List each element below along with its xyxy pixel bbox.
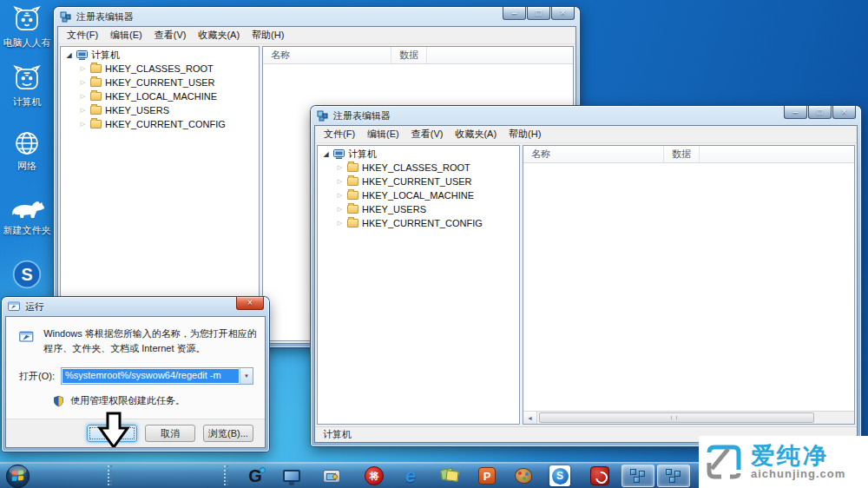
taskbar-ie-icon[interactable]: e bbox=[399, 465, 422, 487]
p-letter-icon: P bbox=[478, 467, 496, 485]
menu-help[interactable]: 帮助(H) bbox=[503, 126, 547, 142]
tree-collapsed-icon[interactable]: ▷ bbox=[336, 206, 344, 213]
uac-shield-icon bbox=[53, 395, 64, 407]
taskbar-pps-icon[interactable]: P bbox=[476, 465, 498, 487]
column-name[interactable]: 名称 bbox=[263, 47, 391, 63]
dialog-titlebar[interactable]: 运行 × bbox=[5, 297, 266, 316]
close-button[interactable]: × bbox=[551, 7, 575, 20]
list-body[interactable] bbox=[523, 163, 854, 411]
tree-node-hklm[interactable]: ▷ HKEY_LOCAL_MACHINE bbox=[318, 188, 519, 202]
tree-expanded-icon[interactable]: ◢ bbox=[322, 150, 330, 158]
taskbar-regedit-button-2[interactable] bbox=[657, 465, 690, 487]
tree-node-hkcc[interactable]: ▷ HKEY_CURRENT_CONFIG bbox=[61, 117, 259, 131]
menu-file[interactable]: 文件(F) bbox=[318, 126, 361, 142]
tree-node-label: HKEY_USERS bbox=[362, 204, 426, 214]
minimize-button[interactable]: – bbox=[503, 7, 526, 20]
browse-button[interactable]: 浏览(B)... bbox=[203, 425, 253, 442]
registry-tree-pane[interactable]: ◢ 计算机 ▷ HKEY_CLASSES_ROOT bbox=[317, 145, 520, 425]
tree-node-hkcu[interactable]: ▷ HKEY_CURRENT_USER bbox=[318, 175, 519, 188]
tree-node-hklm[interactable]: ▷ HKEY_LOCAL_MACHINE bbox=[61, 89, 259, 103]
horizontal-scrollbar[interactable]: ◄ bbox=[523, 411, 854, 424]
column-name[interactable]: 名称 bbox=[523, 146, 664, 162]
minimize-button[interactable]: – bbox=[784, 106, 807, 119]
desktop-icon-sogou[interactable]: S bbox=[2, 259, 52, 293]
windows-start-orb-icon bbox=[5, 464, 30, 488]
tree-node-hku[interactable]: ▷ HKEY_USERS bbox=[61, 103, 259, 117]
desktop-icon-new-folder[interactable]: 新建文件夹 bbox=[2, 198, 52, 235]
tree-collapsed-icon[interactable]: ▷ bbox=[79, 65, 87, 72]
computer-icon bbox=[333, 149, 345, 159]
dialog-title: 运行 bbox=[25, 300, 44, 313]
maximize-button[interactable]: □ bbox=[808, 106, 832, 119]
taskbar-pptv-icon[interactable] bbox=[589, 465, 611, 487]
taskbar-display-icon[interactable] bbox=[280, 465, 303, 487]
taskbar-sogou-icon[interactable]: S bbox=[549, 465, 571, 487]
palette-icon bbox=[515, 468, 532, 484]
tree-collapsed-icon[interactable]: ▷ bbox=[336, 220, 344, 227]
taskbar-paint-icon[interactable] bbox=[512, 465, 535, 487]
desktop-icon-computer[interactable]: 计算机 bbox=[2, 64, 52, 107]
registry-editor-window-front[interactable]: 注册表编辑器 – □ × 文件(F) 编辑(E) 查看(V) 收藏夹(A) 帮助… bbox=[311, 106, 861, 446]
window-titlebar[interactable]: 注册表编辑器 – □ × bbox=[314, 106, 858, 125]
menu-favorites[interactable]: 收藏夹(A) bbox=[192, 27, 246, 43]
regedit-app-icon bbox=[317, 110, 329, 122]
run-icon bbox=[19, 326, 34, 347]
command-combobox[interactable]: %systemroot%/syswow64/regedit -m ▼ bbox=[61, 367, 253, 385]
tree-expanded-icon[interactable]: ◢ bbox=[65, 51, 73, 59]
tree-node-hku[interactable]: ▷ HKEY_USERS bbox=[318, 202, 519, 216]
tree-node-hkcu[interactable]: ▷ HKEY_CURRENT_USER bbox=[61, 76, 259, 89]
maximize-button[interactable]: □ bbox=[527, 7, 550, 20]
tree-node-label: HKEY_LOCAL_MACHINE bbox=[362, 190, 474, 201]
menu-edit[interactable]: 编辑(E) bbox=[104, 27, 148, 43]
registry-values-pane[interactable]: 名称 数据 ◄ bbox=[523, 145, 855, 425]
tree-collapsed-icon[interactable]: ▷ bbox=[336, 178, 344, 185]
start-button[interactable] bbox=[4, 463, 30, 488]
tree-node-computer[interactable]: ◢ 计算机 bbox=[318, 147, 519, 161]
desktop-icon-network[interactable]: 网络 bbox=[2, 129, 52, 171]
tree-collapsed-icon[interactable]: ▷ bbox=[79, 107, 87, 114]
tree-collapsed-icon[interactable]: ▷ bbox=[79, 121, 87, 128]
taskbar-notes-icon[interactable] bbox=[438, 465, 461, 487]
scrollbar-thumb[interactable] bbox=[539, 412, 814, 423]
rhino-icon bbox=[10, 198, 44, 222]
run-dialog-icon bbox=[8, 301, 21, 312]
tree-node-hkcr[interactable]: ▷ HKEY_CLASSES_ROOT bbox=[61, 62, 259, 76]
taskbar-chess-icon[interactable]: 将 bbox=[363, 465, 385, 487]
tree-collapsed-icon[interactable]: ▷ bbox=[79, 93, 87, 100]
menu-file[interactable]: 文件(F) bbox=[61, 27, 104, 43]
quicklaunch-grip[interactable] bbox=[108, 465, 112, 485]
window-titlebar[interactable]: 注册表编辑器 – □ × bbox=[57, 7, 576, 26]
projector-icon bbox=[323, 470, 340, 483]
column-data[interactable]: 数据 bbox=[391, 47, 427, 63]
tree-node-label: HKEY_CURRENT_CONFIG bbox=[105, 119, 226, 129]
taskbar-regedit-button-1[interactable] bbox=[621, 465, 654, 487]
menu-favorites[interactable]: 收藏夹(A) bbox=[449, 126, 503, 142]
tree-collapsed-icon[interactable]: ▷ bbox=[336, 164, 344, 171]
desktop-icon-app[interactable]: 电脑人人有 bbox=[2, 5, 52, 48]
command-input[interactable]: %systemroot%/syswow64/regedit -m bbox=[62, 369, 239, 383]
menu-edit[interactable]: 编辑(E) bbox=[361, 126, 405, 142]
close-button[interactable]: × bbox=[832, 106, 856, 119]
tree-node-label: HKEY_CLASSES_ROOT bbox=[105, 63, 214, 74]
tree-collapsed-icon[interactable]: ▷ bbox=[79, 79, 87, 86]
run-message: Windows 将根据您所输入的名称，为您打开相应的程序、文件夹、文档或 Int… bbox=[43, 326, 258, 356]
regedit-cubes-icon bbox=[630, 469, 646, 483]
taskbar-gom-icon[interactable]: G bbox=[244, 465, 266, 487]
close-button[interactable]: × bbox=[236, 297, 264, 310]
tree-node-hkcc[interactable]: ▷ HKEY_CURRENT_CONFIG bbox=[318, 216, 519, 230]
folder-icon bbox=[347, 163, 358, 172]
tree-node-hkcr[interactable]: ▷ HKEY_CLASSES_ROOT bbox=[318, 161, 519, 175]
menu-help[interactable]: 帮助(H) bbox=[246, 27, 290, 43]
cancel-button[interactable]: 取消 bbox=[145, 425, 195, 442]
menu-view[interactable]: 查看(V) bbox=[405, 126, 450, 142]
taskbar-remote-icon[interactable] bbox=[320, 465, 343, 487]
tree-node-computer[interactable]: ◢ 计算机 bbox=[61, 48, 259, 62]
tree-collapsed-icon[interactable]: ▷ bbox=[336, 192, 344, 199]
column-data[interactable]: 数据 bbox=[664, 146, 700, 162]
run-dialog[interactable]: 运行 × Windows 将根据您所输入的名称，为您打开相应的程序、文件夹、文档… bbox=[2, 297, 269, 452]
quicklaunch-grip[interactable] bbox=[224, 465, 228, 485]
aichunjing-logo-icon bbox=[704, 442, 744, 482]
menu-view[interactable]: 查看(V) bbox=[148, 27, 193, 43]
dropdown-arrow-icon[interactable]: ▼ bbox=[240, 368, 253, 384]
scroll-left-icon[interactable]: ◄ bbox=[523, 412, 537, 424]
